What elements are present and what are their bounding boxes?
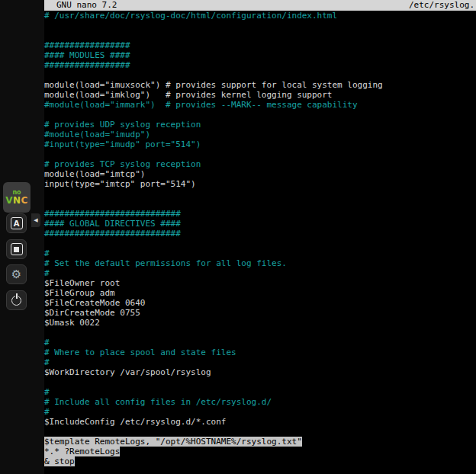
terminal-line: # [44,338,476,347]
settings-button[interactable]: ⚙ [6,264,27,284]
terminal-line: ########################### [44,209,476,219]
terminal-line: # Include all config files in /etc/rsysl… [44,397,476,407]
selected-text: & stop [44,456,75,466]
terminal-line: *.* ?RemoteLogs [44,447,476,456]
terminal-line: # provides TCP syslog reception [44,159,476,169]
terminal-line: $FileCreateMode 0640 [44,298,476,308]
novnc-logo-text: VNC [5,196,28,206]
novnc-logo: no VNC [3,182,31,213]
terminal-line: # [44,268,476,278]
file-path: /etc/rsyslog. [409,0,474,11]
selected-text: *.* ?RemoteLogs [44,447,120,456]
terminal-line [44,110,476,120]
terminal-line [44,189,476,199]
terminal-line: module(load="imklog") # provides kernel … [44,90,476,100]
terminal-line [44,30,476,40]
keyboard-icon-letter: A [14,219,20,228]
terminal-line: # /usr/share/doc/rsyslog-doc/html/config… [44,11,476,21]
terminal-line: #### MODULES #### [44,50,476,60]
fullscreen-icon-inner-square [14,247,19,252]
terminal-line: ########################### [44,229,476,239]
terminal-line [44,21,476,30]
power-icon [11,296,21,306]
keyboard-button[interactable]: A [6,213,27,233]
power-button[interactable] [6,290,27,310]
terminal-line [44,70,476,80]
terminal-line [44,149,476,159]
terminal-line: $IncludeConfig /etc/rsyslog.d/*.conf [44,417,476,427]
toolbar-collapse-handle[interactable]: ◀ [31,213,40,227]
terminal-line [44,427,476,437]
terminal-line [44,328,476,338]
terminal-line [44,239,476,248]
terminal-line: $WorkDirectory /var/spool/rsyslog [44,367,476,377]
selected-text: $template RemoteLogs, "/opt/%HOSTNAME%/r… [44,437,302,447]
nano-version: GNU nano 7.2 [56,0,117,11]
terminal-line: #module(load="immark") # provides --MARK… [44,100,476,110]
fullscreen-button[interactable] [6,239,27,259]
terminal-line: module(load="imtcp") [44,169,476,179]
terminal-line: # [44,248,476,258]
terminal-line: #module(load="imudp") [44,130,476,139]
terminal-line: ################# [44,40,476,50]
terminal-line: $FileGroup adm [44,288,476,298]
nano-editor[interactable]: GNU nano 7.2 /etc/rsyslog. # /usr/share/… [44,0,476,474]
terminal-line [44,377,476,387]
fullscreen-icon [11,243,23,255]
terminal-line: $DirCreateMode 0755 [44,308,476,318]
terminal-lines[interactable]: # /usr/share/doc/rsyslog-doc/html/config… [44,11,476,474]
terminal-line: # Where to place spool and state files [44,347,476,357]
terminal-line: $Umask 0022 [44,318,476,328]
terminal-line: & stop [44,456,476,466]
terminal-line: # provides UDP syslog reception [44,120,476,130]
keyboard-icon: A [11,217,23,229]
vnc-toolbar: no VNC ◀ A ⚙ [0,0,44,474]
terminal-line [44,199,476,209]
nano-titlebar: GNU nano 7.2 /etc/rsyslog. [44,0,476,11]
terminal-line: #### GLOBAL DIRECTIVES #### [44,219,476,229]
terminal-line: #input(type="imudp" port="514") [44,139,476,149]
terminal-line: $template RemoteLogs, "/opt/%HOSTNAME%/r… [44,437,476,447]
terminal-line: # Set the default permissions for all lo… [44,258,476,268]
terminal-line: # [44,387,476,397]
terminal-line: input(type="imtcp" port="514") [44,179,476,189]
terminal-line: module(load="imuxsock") # provides suppo… [44,80,476,90]
power-icon-line [16,293,18,299]
terminal-line: ################# [44,60,476,70]
terminal-line: $FileOwner root [44,278,476,288]
chevron-left-icon: ◀ [34,217,37,223]
terminal-line: # [44,407,476,417]
terminal-line: # [44,357,476,367]
gear-icon: ⚙ [11,269,21,280]
